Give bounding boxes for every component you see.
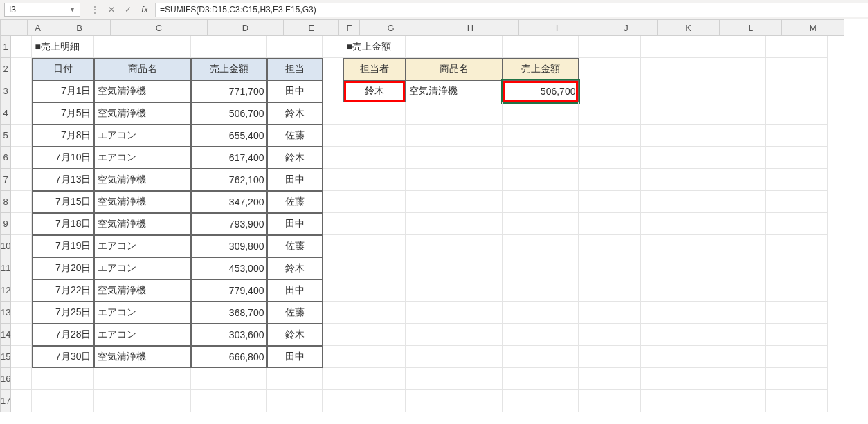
cell-E4[interactable]: 鈴木 [267, 102, 323, 125]
cell-M3[interactable] [766, 80, 828, 102]
cell-C12[interactable]: 空気清浄機 [94, 279, 191, 302]
cell-E7[interactable]: 田中 [267, 169, 323, 191]
cell-A15[interactable] [11, 346, 32, 368]
cell-G11[interactable] [343, 257, 406, 279]
row-header-5[interactable]: 5 [0, 125, 11, 147]
cell-F14[interactable] [323, 324, 343, 346]
cell-L12[interactable] [703, 279, 766, 302]
cell-E16[interactable] [267, 368, 323, 390]
cell-M13[interactable] [766, 302, 828, 324]
cell-D4[interactable]: 506,700 [191, 102, 267, 125]
cell-F11[interactable] [323, 257, 343, 279]
cell-D15[interactable]: 666,800 [191, 346, 267, 368]
cell-E5[interactable]: 佐藤 [267, 125, 323, 147]
cell-F13[interactable] [323, 302, 343, 324]
cell-B1[interactable]: ■売上明細 [32, 36, 94, 58]
cell-K2[interactable] [641, 58, 703, 80]
cell-M10[interactable] [766, 235, 828, 257]
cell-L16[interactable] [703, 368, 766, 390]
cell-A5[interactable] [11, 125, 32, 147]
cell-H3[interactable]: 空気清浄機 [406, 80, 503, 102]
cell-M6[interactable] [766, 147, 828, 169]
cell-H6[interactable] [406, 147, 503, 169]
cell-C4[interactable]: 空気清浄機 [94, 102, 191, 125]
cell-M9[interactable] [766, 213, 828, 235]
cell-C3[interactable]: 空気清浄機 [94, 80, 191, 102]
cell-A6[interactable] [11, 147, 32, 169]
cell-G8[interactable] [343, 191, 406, 213]
cell-I10[interactable] [503, 235, 579, 257]
cell-K7[interactable] [641, 169, 703, 191]
col-header-L[interactable]: L [720, 19, 782, 36]
cell-A14[interactable] [11, 324, 32, 346]
chevron-down-icon[interactable]: ▼ [69, 6, 75, 13]
cell-I5[interactable] [503, 125, 579, 147]
cell-C5[interactable]: エアコン [94, 125, 191, 147]
cell-G12[interactable] [343, 279, 406, 302]
cell-H11[interactable] [406, 257, 503, 279]
cell-I15[interactable] [503, 346, 579, 368]
cell-D10[interactable]: 309,800 [191, 235, 267, 257]
cell-G10[interactable] [343, 235, 406, 257]
cell-C11[interactable]: エアコン [94, 257, 191, 279]
row-header-11[interactable]: 11 [0, 257, 11, 279]
cell-B2[interactable]: 日付 [32, 58, 94, 80]
cell-E10[interactable]: 佐藤 [267, 235, 323, 257]
cell-M5[interactable] [766, 125, 828, 147]
cell-F15[interactable] [323, 346, 343, 368]
cell-F10[interactable] [323, 235, 343, 257]
cell-F4[interactable] [323, 102, 343, 125]
cell-L13[interactable] [703, 302, 766, 324]
cell-F5[interactable] [323, 125, 343, 147]
cell-L9[interactable] [703, 213, 766, 235]
cell-C17[interactable] [94, 390, 191, 412]
cell-G9[interactable] [343, 213, 406, 235]
cell-D8[interactable]: 347,200 [191, 191, 267, 213]
cell-C16[interactable] [94, 368, 191, 390]
cell-G6[interactable] [343, 147, 406, 169]
cell-L7[interactable] [703, 169, 766, 191]
cell-L4[interactable] [703, 102, 766, 125]
cell-C9[interactable]: 空気清浄機 [94, 213, 191, 235]
cell-L2[interactable] [703, 58, 766, 80]
fx-icon[interactable]: fx [140, 5, 150, 15]
cell-M1[interactable] [766, 36, 828, 58]
select-all-corner[interactable] [0, 19, 28, 36]
cell-F7[interactable] [323, 169, 343, 191]
cell-C7[interactable]: 空気清浄機 [94, 169, 191, 191]
cell-B16[interactable] [32, 368, 94, 390]
row-header-8[interactable]: 8 [0, 191, 11, 213]
cell-G15[interactable] [343, 346, 406, 368]
row-header-3[interactable]: 3 [0, 80, 11, 102]
cell-H8[interactable] [406, 191, 503, 213]
cell-E17[interactable] [267, 390, 323, 412]
cell-F3[interactable] [323, 80, 343, 102]
cell-K13[interactable] [641, 302, 703, 324]
cell-I3[interactable]: 506,700 [503, 80, 579, 102]
cell-J1[interactable] [579, 36, 641, 58]
cell-B17[interactable] [32, 390, 94, 412]
cell-D7[interactable]: 762,100 [191, 169, 267, 191]
cell-E6[interactable]: 鈴木 [267, 147, 323, 169]
cell-B8[interactable]: 7月15日 [32, 191, 94, 213]
cell-I16[interactable] [503, 368, 579, 390]
row-header-15[interactable]: 15 [0, 346, 11, 368]
cell-G5[interactable] [343, 125, 406, 147]
cell-H16[interactable] [406, 368, 503, 390]
cell-J9[interactable] [579, 213, 641, 235]
row-header-12[interactable]: 12 [0, 279, 11, 302]
cell-M14[interactable] [766, 324, 828, 346]
row-header-9[interactable]: 9 [0, 213, 11, 235]
cell-I17[interactable] [503, 390, 579, 412]
cell-B10[interactable]: 7月19日 [32, 235, 94, 257]
cell-J14[interactable] [579, 324, 641, 346]
cell-B3[interactable]: 7月1日 [32, 80, 94, 102]
cell-K6[interactable] [641, 147, 703, 169]
cell-I7[interactable] [503, 169, 579, 191]
cell-E13[interactable]: 佐藤 [267, 302, 323, 324]
cell-L15[interactable] [703, 346, 766, 368]
cell-E15[interactable]: 田中 [267, 346, 323, 368]
row-header-16[interactable]: 16 [0, 368, 11, 390]
cell-H7[interactable] [406, 169, 503, 191]
cancel-icon[interactable]: ✕ [107, 5, 116, 15]
